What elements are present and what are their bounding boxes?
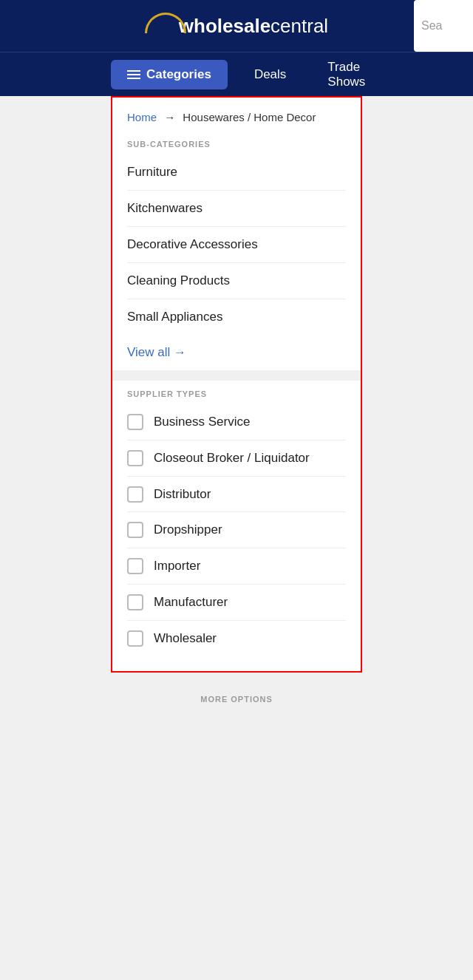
checkbox-distributor[interactable] <box>127 486 143 503</box>
logo-regular: central <box>270 15 328 37</box>
subcategory-item-decorative[interactable]: Decorative Accessories <box>127 227 346 263</box>
logo[interactable]: wholesalecentral <box>15 15 458 38</box>
trade-shows-link[interactable]: Trade Shows <box>327 60 365 89</box>
subcategory-item-appliances[interactable]: Small Appliances <box>127 299 346 335</box>
checkbox-label-distributor: Distributor <box>154 486 211 503</box>
checkbox-item-business-service[interactable]: Business Service <box>127 404 346 440</box>
checkbox-manufacturer[interactable] <box>127 594 143 610</box>
checkbox-label-dropshipper: Dropshipper <box>154 521 222 539</box>
checkbox-list: Business Service Closeout Broker / Liqui… <box>112 404 361 671</box>
view-all-link[interactable]: View all → <box>112 335 361 370</box>
checkbox-label-manufacturer: Manufacturer <box>154 593 228 611</box>
checkbox-item-manufacturer[interactable]: Manufacturer <box>127 585 346 621</box>
header: wholesalecentral Sea <box>0 0 473 52</box>
logo-text: wholesalecentral <box>179 15 328 38</box>
breadcrumb-home[interactable]: Home <box>127 111 157 123</box>
subcategory-item-furniture[interactable]: Furniture <box>127 154 346 191</box>
more-options-section: MORE OPTIONS <box>0 673 473 718</box>
breadcrumb-arrow: → <box>164 111 175 123</box>
categories-panel: Home → Housewares / Home Decor SUB-CATEG… <box>111 96 362 673</box>
navbar: Categories Deals Trade Shows <box>0 52 473 96</box>
checkbox-label-wholesaler: Wholesaler <box>154 630 217 647</box>
breadcrumb-path: Housewares / Home Decor <box>183 111 316 123</box>
checkbox-closeout[interactable] <box>127 450 143 466</box>
section-divider <box>112 370 361 381</box>
checkbox-item-distributor[interactable]: Distributor <box>127 477 346 513</box>
supplier-types-label: SUPPLIER TYPES <box>112 381 361 404</box>
logo-bold: wholesale <box>179 15 270 37</box>
categories-label: Categories <box>146 67 211 82</box>
breadcrumb: Home → Housewares / Home Decor <box>112 98 361 131</box>
search-box[interactable]: Sea <box>414 0 473 52</box>
more-options-label: MORE OPTIONS <box>111 695 362 704</box>
checkbox-label-business-service: Business Service <box>154 413 250 431</box>
checkbox-wholesaler[interactable] <box>127 630 143 647</box>
checkbox-item-importer[interactable]: Importer <box>127 548 346 585</box>
subcategory-item-kitchenwares[interactable]: Kitchenwares <box>127 191 346 227</box>
checkbox-item-closeout[interactable]: Closeout Broker / Liquidator <box>127 440 346 477</box>
checkbox-item-dropshipper[interactable]: Dropshipper <box>127 512 346 548</box>
checkbox-dropshipper[interactable] <box>127 522 143 538</box>
checkbox-label-importer: Importer <box>154 557 200 575</box>
menu-icon <box>127 70 140 79</box>
subcategory-item-cleaning[interactable]: Cleaning Products <box>127 263 346 299</box>
subcategories-label: SUB-CATEGORIES <box>112 131 361 154</box>
checkbox-business-service[interactable] <box>127 414 143 430</box>
categories-button[interactable]: Categories <box>111 60 228 89</box>
supplier-types-section: SUPPLIER TYPES Business Service Closeout… <box>112 381 361 671</box>
subcategory-list: Furniture Kitchenwares Decorative Access… <box>112 154 361 335</box>
checkbox-item-wholesaler[interactable]: Wholesaler <box>127 621 346 656</box>
checkbox-importer[interactable] <box>127 558 143 574</box>
search-placeholder: Sea <box>421 19 442 33</box>
checkbox-label-closeout: Closeout Broker / Liquidator <box>154 449 310 467</box>
deals-link[interactable]: Deals <box>254 67 286 82</box>
